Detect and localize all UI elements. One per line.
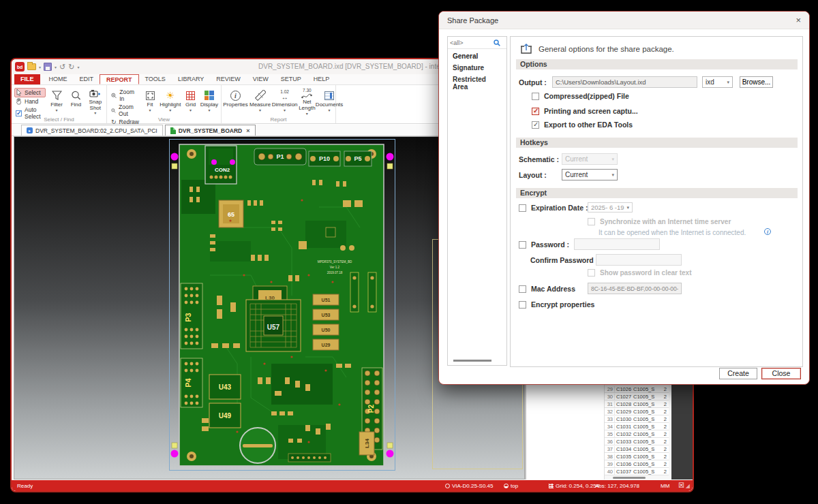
snapshot-button[interactable]: Snap Shot ▾ xyxy=(87,87,104,116)
nav-search-input[interactable] xyxy=(450,40,492,46)
pcb-p3[interactable]: P3 xyxy=(181,283,202,349)
pcb-l34[interactable]: L34 xyxy=(359,432,374,455)
tab-view[interactable]: VIEW xyxy=(247,74,275,84)
status-unit[interactable]: MM xyxy=(661,483,669,489)
tab-edit[interactable]: EDIT xyxy=(74,74,100,84)
net-length-button[interactable]: 7.30 Net Length ▾ xyxy=(299,87,315,116)
status-layer[interactable]: top xyxy=(504,483,518,489)
nav-item-general[interactable]: General xyxy=(448,49,506,61)
doc-tab-board[interactable]: DVR_SYSTEM_BOARD × xyxy=(165,125,256,136)
tab-setup[interactable]: SETUP xyxy=(275,74,307,84)
zoom-in-button[interactable]: Zoom In xyxy=(110,88,140,103)
table-cell: C1037 xyxy=(615,469,633,475)
tab-tools[interactable]: TOOLS xyxy=(139,74,172,84)
tab-close-icon[interactable]: × xyxy=(246,127,249,134)
close-button[interactable]: Close xyxy=(761,368,801,379)
tab-library[interactable]: LIBRARY xyxy=(172,74,210,84)
status-via[interactable]: VIA-D0.25-S0.45 xyxy=(445,483,493,489)
save-icon[interactable] xyxy=(44,63,52,71)
doc-tab-schematic[interactable]: ▸ DVR_SYSTEM_BOARD:02_2.CPU_SATA_PCI xyxy=(21,125,163,136)
pcb-battery[interactable] xyxy=(240,428,275,463)
zoom-in-icon xyxy=(111,93,117,99)
pcb-u43[interactable]: U43 xyxy=(209,375,241,399)
table-row[interactable]: 36C1033C1005_S2 xyxy=(605,438,669,445)
find-button[interactable]: Find xyxy=(67,87,84,116)
tab-help[interactable]: HELP xyxy=(307,74,336,84)
format-select[interactable]: ixd▾ xyxy=(702,76,733,88)
select-button[interactable]: Select xyxy=(14,88,46,97)
fit-button[interactable]: Fit ▾ xyxy=(143,87,157,116)
search-icon xyxy=(494,40,500,46)
expiration-checkbox[interactable]: Expiration Date : xyxy=(519,204,588,212)
pcb-con2[interactable]: CON2 xyxy=(205,146,237,184)
fit-icon xyxy=(145,91,155,101)
open-caret-icon[interactable]: ▾ xyxy=(39,65,41,69)
table-row[interactable]: 37C1034C1005_S2 xyxy=(605,445,669,453)
tab-report[interactable]: REPORT xyxy=(100,74,139,84)
nav-search-box[interactable] xyxy=(448,37,506,49)
export-eda-checkbox[interactable]: Export to other EDA Tools xyxy=(532,121,633,129)
open-file-icon[interactable] xyxy=(27,63,36,70)
mac-address-field[interactable] xyxy=(588,283,682,294)
redo-icon[interactable]: ↻ xyxy=(68,63,74,71)
create-button[interactable]: Create xyxy=(719,368,757,379)
info-icon[interactable]: i xyxy=(764,228,771,235)
table-row[interactable]: 32C1029C1005_S2 xyxy=(605,408,669,415)
table-row[interactable]: 33C1030C1005_S2 xyxy=(605,415,669,423)
status-grid[interactable]: Grid: 0.254, 0.254 xyxy=(549,483,599,489)
nav-hscrollbar[interactable] xyxy=(453,360,491,362)
highlight-button[interactable]: ☀ Highlight ▾ xyxy=(160,87,181,116)
output-path-field[interactable] xyxy=(552,76,697,88)
documents-button[interactable]: Documents ▾ xyxy=(318,87,341,116)
pcb-board-view[interactable]: CON2 P1 P10 xyxy=(169,139,395,471)
pcb-u57[interactable]: U57 xyxy=(246,300,301,351)
hand-button[interactable]: Hand xyxy=(14,97,46,106)
pcb-p10[interactable]: P10 xyxy=(309,151,340,166)
pcb-p5[interactable]: P5 xyxy=(344,151,372,166)
zoom-out-button[interactable]: Zoom Out xyxy=(110,103,140,118)
compressed-checkbox[interactable]: Compressed(zipped) File xyxy=(532,92,629,100)
quickaccess-caret-icon[interactable]: ▾ xyxy=(77,65,79,69)
table-row[interactable]: 39C1036C1005_S2 xyxy=(605,460,669,468)
tab-file[interactable]: FILE xyxy=(14,74,40,84)
pcb-p1[interactable]: P1 xyxy=(254,148,306,165)
resize-grip-icon[interactable]: ◢ xyxy=(686,483,690,489)
dimension-button[interactable]: 1.02↔ Dimension ▾ xyxy=(273,87,296,116)
measure-button[interactable]: Measure ▾ xyxy=(249,87,271,116)
table-row[interactable]: 29C1026C1005_S2 xyxy=(605,385,669,393)
pcb-front-connector[interactable] xyxy=(288,454,331,462)
display-button[interactable]: Display ▾ xyxy=(200,87,218,116)
table-row[interactable]: 30C1027C1005_S2 xyxy=(605,393,669,400)
table-row[interactable]: 34C1031C1005_S2 xyxy=(605,423,669,430)
browse-button[interactable]: Browse... xyxy=(740,76,773,88)
drc-box-icon[interactable]: ☒ xyxy=(678,482,684,489)
pcb-u49[interactable]: U49 xyxy=(209,403,241,428)
password-checkbox[interactable]: Password : xyxy=(519,240,569,249)
tab-home[interactable]: HOME xyxy=(43,74,74,84)
table-row[interactable]: 31C1028C1005_S2 xyxy=(605,400,669,408)
table-row[interactable]: 38C1035C1005_S2 xyxy=(605,453,669,460)
save-caret-icon[interactable]: ▾ xyxy=(55,65,57,69)
pcb-chip65[interactable]: 65 xyxy=(219,200,243,227)
grid-button[interactable]: Grid ▾ xyxy=(183,87,197,116)
nav-item-restricted-area[interactable]: Restricted Area xyxy=(448,72,506,91)
layout-select[interactable]: Current▾ xyxy=(562,169,618,180)
mac-address-checkbox[interactable]: Mac Address xyxy=(519,285,575,293)
nav-item-signature[interactable]: Signature xyxy=(448,61,506,72)
bom-hscrollbar[interactable] xyxy=(613,477,646,479)
printing-checkbox[interactable]: Printing and screen captu... xyxy=(532,107,638,115)
tab-review[interactable]: REVIEW xyxy=(210,74,247,84)
dialog-close-icon[interactable]: × xyxy=(796,16,801,25)
expiration-date-select[interactable]: 2025- 6 -19▾ xyxy=(588,202,633,212)
pcb-p4[interactable]: P4 xyxy=(181,358,202,407)
properties-button[interactable]: i Properties xyxy=(224,87,247,116)
table-cell: C1033 xyxy=(615,439,633,445)
filter-button[interactable]: Filter ▾ xyxy=(48,87,65,116)
encrypt-properties-checkbox[interactable]: Encrypt properties xyxy=(519,300,594,309)
section-hotkeys: Hotkeys xyxy=(516,138,798,148)
undo-icon[interactable]: ↺ xyxy=(59,63,65,71)
table-row[interactable]: 40C1037C1005_S2 xyxy=(605,468,669,475)
dialog-title-bar[interactable]: Share Package × xyxy=(439,12,809,29)
table-row[interactable]: 35C1032C1005_S2 xyxy=(605,430,669,438)
app-logo-icon[interactable]: bd xyxy=(15,62,25,72)
